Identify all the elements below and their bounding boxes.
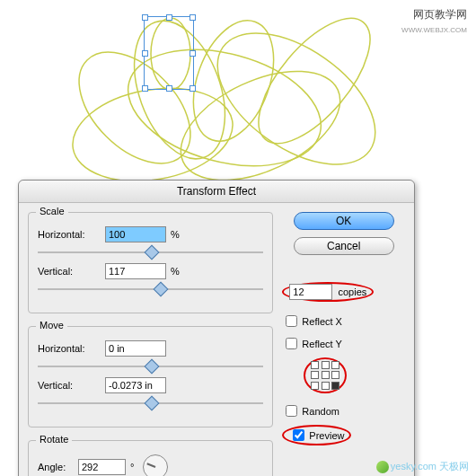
move-v-input[interactable] [105, 377, 166, 393]
copies-input[interactable] [289, 284, 332, 300]
reflect-x-label: Reflect X [302, 316, 342, 327]
dialog-title: Transform Effect [19, 181, 414, 203]
move-h-input[interactable] [105, 340, 166, 357]
scale-v-input[interactable] [105, 263, 166, 279]
angle-label: Angle: [38, 462, 78, 472]
move-group: Move Horizontal: Vertical: [28, 326, 273, 428]
move-h-slider[interactable] [38, 361, 263, 372]
yesky-logo-icon [376, 461, 389, 473]
scale-v-label: Vertical: [38, 266, 105, 277]
ok-button[interactable]: OK [294, 212, 394, 230]
random-checkbox[interactable] [286, 405, 297, 417]
rotate-legend: Rotate [36, 434, 72, 445]
preview-label: Preview [309, 430, 344, 441]
scale-legend: Scale [36, 206, 68, 216]
copies-highlight: copies [282, 282, 374, 302]
watermark-yesky: yesky.com 天极网 [376, 460, 469, 473]
preview-highlight: Preview [282, 425, 351, 445]
scale-h-slider[interactable] [38, 247, 263, 258]
preview-checkbox[interactable] [293, 429, 304, 441]
copies-label: copies [338, 286, 366, 297]
svg-point-1 [66, 76, 241, 180]
scale-group: Scale Horizontal:% Vertical:% [28, 212, 273, 313]
reflect-y-checkbox[interactable] [286, 338, 297, 349]
scale-h-label: Horizontal: [38, 229, 105, 240]
scale-h-input[interactable] [105, 226, 166, 242]
move-legend: Move [36, 320, 67, 331]
reflect-x-checkbox[interactable] [286, 315, 297, 327]
rotate-group: Rotate Angle:° [28, 440, 273, 476]
refpoint-highlight [304, 357, 347, 393]
reference-point-grid[interactable] [311, 361, 339, 390]
transform-effect-dialog: Transform Effect Scale Horizontal:% Vert… [18, 180, 415, 476]
random-label: Random [302, 406, 339, 417]
move-v-label: Vertical: [38, 380, 105, 391]
selection-box[interactable] [144, 16, 194, 90]
scale-v-slider[interactable] [38, 284, 263, 295]
svg-point-6 [239, 0, 389, 161]
move-h-label: Horizontal: [38, 343, 105, 354]
watermark-webjx: 网页教学网WWW.WEBJX.COM [401, 7, 467, 35]
cancel-button[interactable]: Cancel [294, 237, 394, 255]
move-v-slider[interactable] [38, 398, 263, 409]
reflect-y-label: Reflect Y [302, 339, 341, 349]
angle-input[interactable] [78, 459, 126, 475]
angle-dial[interactable] [143, 454, 168, 476]
